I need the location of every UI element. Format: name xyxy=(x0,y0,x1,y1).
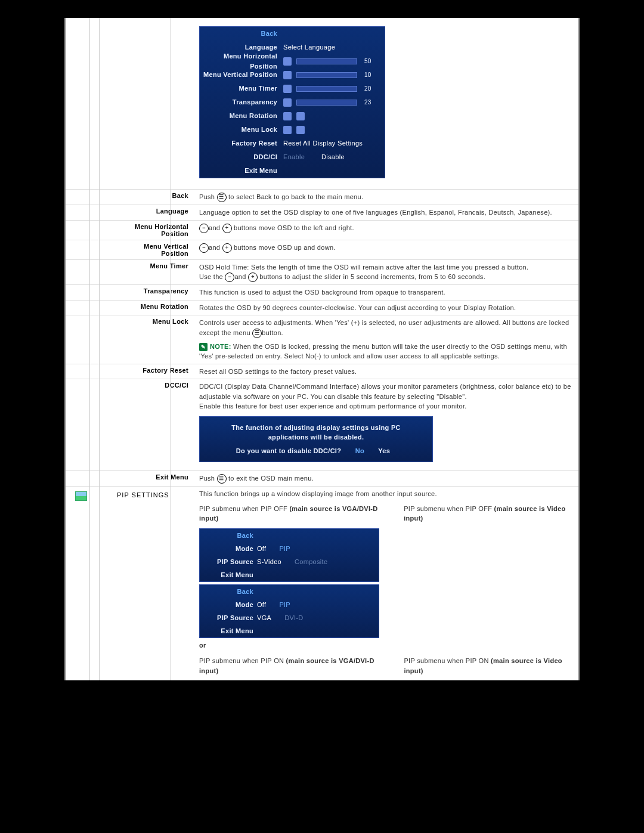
pip-caption-off-video: PIP submenu when PIP OFF (main source is… xyxy=(404,504,575,524)
rotate-icon-1 xyxy=(283,112,292,120)
pip-section-body: This function brings up a window display… xyxy=(193,487,578,681)
pip-or-separator: or xyxy=(199,640,575,651)
pip-caption-on-video: PIP submenu when PIP ON (main source is … xyxy=(404,656,575,676)
row-rotation-body: Rotates the OSD by 90 degrees counter-cl… xyxy=(193,300,578,315)
row-freset-body: Reset all OSD settings to the factory pr… xyxy=(193,364,578,379)
hslider-icon xyxy=(283,57,292,66)
pip-caption-off-pc: PIP submenu when PIP OFF (main source is… xyxy=(199,504,386,524)
osd-settings-table: Back LanguageSelect Language Menu Horizo… xyxy=(66,18,578,680)
row-freset-label: Factory Reset xyxy=(113,364,193,379)
osd-item-back: Back xyxy=(200,29,283,39)
ddcci-yes-option: Yes xyxy=(378,446,390,456)
row-lock-label: Menu Lock xyxy=(113,315,193,364)
note-icon: ✎ xyxy=(199,343,208,351)
pip-submenu-2: Back ModeOffPIP PIP SourceVGADVI-D Exit … xyxy=(199,584,379,638)
pip-section-label: PIP SETTINGS xyxy=(113,487,193,681)
minus-button-icon: − xyxy=(225,272,234,282)
plus-button-icon: + xyxy=(222,224,232,233)
row-ddcci-label: DCC/CI xyxy=(113,379,193,471)
lock-icon-2 xyxy=(296,126,305,134)
row-back-label: Back xyxy=(113,190,193,205)
ddcci-confirm-dialog: The function of adjusting display settin… xyxy=(199,416,433,463)
row-hpos-body: −and + buttons move OSD to the left and … xyxy=(193,220,578,240)
row-exit-label: Exit Menu xyxy=(113,471,193,487)
row-timer-label: Menu Timer xyxy=(113,259,193,285)
pip-caption-on-pc: PIP submenu when PIP ON (main source is … xyxy=(199,656,386,676)
row-back-body: Push ☰ to select Back to go back to the … xyxy=(193,190,578,205)
plus-button-icon: + xyxy=(248,272,258,282)
row-vpos-body: −and + buttons move OSD up and down. xyxy=(193,240,578,259)
row-lock-body: Controls user access to adjustments. Whe… xyxy=(193,315,578,364)
menu-button-icon: ☰ xyxy=(217,474,227,484)
row-ddcci-body: DDC/CI (Display Data Channel/Command Int… xyxy=(193,379,578,471)
minus-button-icon: − xyxy=(199,243,209,253)
row-vpos-label: Menu Vertical Position xyxy=(113,240,193,259)
pip-submenu-1: Back ModeOffPIP PIP SourceS-VideoComposi… xyxy=(199,528,379,582)
vslider-icon xyxy=(283,71,292,79)
row-timer-body: OSD Hold Time: Sets the length of time t… xyxy=(193,259,578,285)
menu-button-icon: ☰ xyxy=(217,193,227,202)
pip-icon xyxy=(75,491,87,501)
row-language-body: Language option to set the OSD display t… xyxy=(193,205,578,221)
minus-button-icon: − xyxy=(199,224,209,233)
row-transparency-label: Transparency xyxy=(113,285,193,301)
row-hpos-label: Menu Horizontal Position xyxy=(113,220,193,240)
row-transparency-body: This function is used to adjust the OSD … xyxy=(193,285,578,301)
lock-icon-1 xyxy=(283,126,292,134)
row-exit-body: Push ☰ to exit the OSD main menu. xyxy=(193,471,578,487)
row-language-label: Language xyxy=(113,205,193,221)
menu-button-icon: ☰ xyxy=(252,329,262,338)
rotate-icon-2 xyxy=(296,112,305,120)
transparency-icon xyxy=(283,98,292,107)
osd-main-panel: Back LanguageSelect Language Menu Horizo… xyxy=(199,26,385,178)
row-rotation-label: Menu Rotation xyxy=(113,300,193,315)
timer-icon xyxy=(283,85,292,93)
plus-button-icon: + xyxy=(222,243,232,253)
ddcci-no-option: No xyxy=(355,446,364,456)
